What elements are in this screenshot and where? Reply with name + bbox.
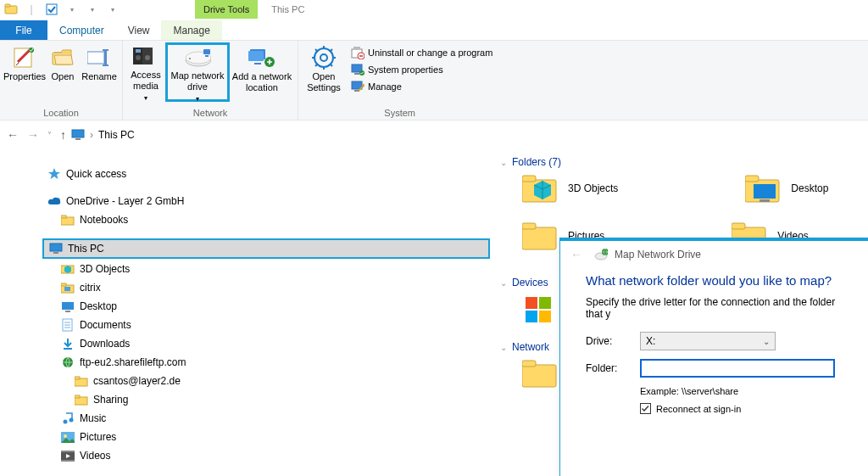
open-settings-button[interactable]: Open Settings — [302, 42, 346, 102]
svg-rect-47 — [61, 216, 66, 218]
ribbon-group-location: Properties Open Rename Location — [0, 41, 123, 120]
tab-file[interactable]: File — [0, 20, 47, 40]
main-area: Quick access OneDrive - Layer 2 GmbH Not… — [0, 149, 868, 476]
dialog-title: Map Network Drive — [615, 249, 701, 260]
tree-documents[interactable]: Documents — [42, 316, 493, 334]
svg-point-17 — [189, 58, 191, 59]
tree-label: ftp-eu2.sharefileftp.com — [80, 356, 186, 368]
context-tab-drive-tools[interactable]: Drive Tools — [195, 0, 258, 19]
tab-manage[interactable]: Manage — [161, 20, 221, 40]
tab-computer[interactable]: Computer — [47, 20, 116, 40]
tree-pictures[interactable]: Pictures — [42, 428, 493, 446]
tree-label: This PC — [68, 243, 104, 255]
reconnect-checkbox[interactable]: Reconnect at sign-in — [640, 403, 849, 414]
tree-downloads[interactable]: Downloads — [42, 334, 493, 353]
svg-rect-44 — [72, 130, 84, 137]
tree-sharing[interactable]: Sharing — [42, 390, 493, 409]
svg-rect-86 — [539, 311, 551, 322]
nav-forward-button[interactable]: → — [27, 128, 39, 142]
svg-rect-63 — [75, 377, 80, 379]
nav-back-button[interactable]: ← — [7, 128, 19, 142]
svg-rect-19 — [205, 55, 209, 57]
folder-desktop[interactable]: Desktop — [745, 173, 828, 204]
address-box[interactable]: › This PC — [71, 128, 135, 142]
dialog-back-button[interactable]: ← — [570, 248, 582, 261]
tree-label: Desktop — [80, 300, 117, 312]
map-network-drive-button[interactable]: Map network drive▾ — [165, 42, 230, 102]
add-network-label: Add a network location — [230, 71, 294, 93]
svg-rect-76 — [745, 176, 759, 182]
section-label: Devices — [512, 277, 548, 288]
onedrive-icon — [47, 194, 61, 208]
svg-rect-54 — [62, 302, 74, 310]
folder-3d-objects[interactable]: 3D Objects — [522, 173, 618, 204]
qat-overflow[interactable]: ▾ — [103, 0, 122, 19]
section-folders[interactable]: ⌄ Folders (7) — [500, 156, 868, 168]
svg-rect-80 — [522, 223, 536, 229]
network-drive-icon — [184, 48, 211, 69]
contextual-tabs: Drive Tools This PC — [195, 0, 313, 19]
tree-3d-objects[interactable]: 3D Objects — [42, 260, 493, 278]
tree-ftp-user[interactable]: csantos@layer2.de — [42, 372, 493, 390]
tree-notebooks[interactable]: Notebooks — [42, 210, 493, 229]
rename-button[interactable]: Rename — [80, 42, 119, 102]
windows-drive-icon[interactable] — [522, 294, 558, 324]
open-icon — [49, 46, 76, 70]
access-media-label: Access media — [126, 70, 165, 92]
nav-recent-button[interactable]: ˅ — [47, 131, 52, 140]
dialog-titlebar: ← Map Network Drive — [560, 241, 868, 268]
network-drive-icon — [594, 248, 608, 261]
svg-rect-85 — [526, 311, 537, 322]
folder-icon — [522, 173, 558, 204]
svg-rect-45 — [75, 138, 81, 140]
tree-onedrive[interactable]: OneDrive - Layer 2 GmbH — [42, 192, 493, 210]
chevron-down-icon: ⌄ — [500, 158, 507, 167]
ribbon-group-network: Access media▾ Map network drive▾ Add a n… — [123, 41, 298, 120]
example-text: Example: \\server\share — [640, 386, 849, 396]
tree-label: Videos — [80, 450, 110, 462]
section-label: Network — [512, 341, 549, 353]
tree-quick-access[interactable]: Quick access — [42, 165, 493, 183]
qat-dropdown-1[interactable]: ▾ — [63, 0, 81, 19]
qat-dropdown-2[interactable]: ▾ — [83, 0, 102, 19]
svg-rect-77 — [754, 184, 776, 199]
sys-props-label: System properties — [368, 64, 443, 75]
this-pc-icon — [49, 242, 63, 255]
svg-rect-9 — [103, 64, 108, 66]
drive-label: Drive: — [586, 335, 630, 347]
svg-rect-39 — [354, 73, 359, 75]
dialog-subtext: Specify the drive letter for the connect… — [586, 296, 849, 320]
system-properties-button[interactable]: System properties — [351, 63, 492, 76]
drive-select[interactable]: X: ⌄ — [640, 332, 776, 350]
desktop-icon — [61, 300, 75, 313]
nav-up-button[interactable]: ↑ — [60, 128, 66, 142]
3d-icon — [61, 262, 75, 276]
add-network-location-button[interactable]: Add a network location — [230, 42, 294, 102]
group-label-network: Network — [126, 108, 294, 120]
folder-input[interactable] — [640, 359, 835, 378]
dialog-heading: What network folder would you like to ma… — [586, 273, 849, 288]
tree-desktop[interactable]: Desktop — [42, 297, 493, 316]
uninstall-button[interactable]: Uninstall or change a program — [351, 46, 492, 59]
tree-music[interactable]: Music — [42, 409, 493, 428]
open-button[interactable]: Open — [46, 42, 80, 102]
manage-button[interactable]: Manage — [351, 80, 492, 93]
svg-rect-88 — [522, 361, 536, 367]
tree-citrix[interactable]: citrix — [42, 278, 493, 297]
downloads-icon — [61, 337, 75, 350]
qat-icon-folder[interactable] — [2, 0, 20, 19]
access-media-button[interactable]: Access media▾ — [126, 42, 165, 102]
tree-this-pc[interactable]: This PC — [42, 238, 490, 259]
tree-ftp[interactable]: ftp-eu2.sharefileftp.com — [42, 353, 493, 372]
qat-icon-checkbox[interactable] — [42, 0, 61, 19]
folder-icon — [61, 213, 75, 227]
checkbox-icon — [640, 403, 651, 414]
tab-view[interactable]: View — [116, 20, 162, 40]
map-network-drive-dialog: ← Map Network Drive What network folder … — [559, 238, 868, 476]
address-bar: ← → ˅ ↑ › This PC — [0, 120, 868, 149]
properties-button[interactable]: Properties — [3, 42, 46, 102]
svg-rect-8 — [103, 49, 108, 51]
manage-label: Manage — [368, 81, 402, 92]
tree-videos[interactable]: Videos — [42, 446, 493, 465]
folder-icon[interactable] — [522, 358, 558, 389]
